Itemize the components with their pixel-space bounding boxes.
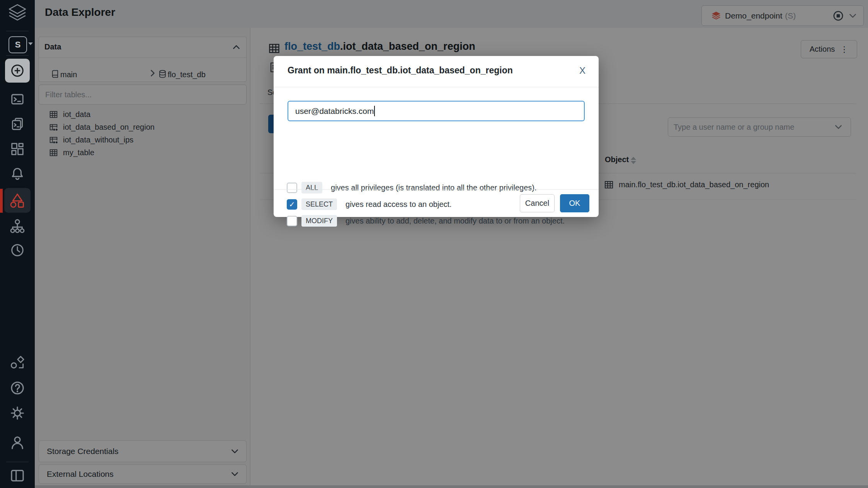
- org-tree-icon: [10, 219, 25, 234]
- sidebar-collapse-toggle[interactable]: [10, 468, 25, 483]
- bell-icon: [10, 166, 25, 181]
- sidebar-item-alerts[interactable]: [10, 166, 25, 181]
- sidebar-item-partner-connect[interactable]: [10, 354, 25, 370]
- principal-input[interactable]: user@databricks.com: [288, 101, 585, 121]
- clock-icon: [10, 243, 25, 258]
- active-item-indicator: [0, 189, 3, 213]
- data-explorer-screen: S: [0, 0, 868, 488]
- sidebar-item-help[interactable]: [10, 380, 25, 396]
- sidebar-divider: [6, 462, 29, 462]
- app-sidebar: S: [0, 0, 35, 488]
- data-explorer-icon: [9, 192, 26, 208]
- user-icon: [10, 435, 25, 450]
- queries-icon: [10, 117, 25, 131]
- modal-footer: Cancel OK: [274, 189, 599, 217]
- text-caret: [374, 106, 375, 116]
- grant-modal: Grant on main.flo_test_db.iot_data_based…: [274, 56, 599, 217]
- modal-title: Grant on main.flo_test_db.iot_data_based…: [288, 65, 513, 76]
- gear-icon: [10, 405, 25, 421]
- sidebar-item-queries[interactable]: [10, 117, 25, 131]
- caret-down-icon: [28, 42, 33, 45]
- panel-toggle-icon: [10, 468, 25, 483]
- sidebar-item-settings[interactable]: [10, 405, 25, 421]
- databricks-logo-icon[interactable]: [7, 4, 27, 22]
- cancel-button[interactable]: Cancel: [520, 194, 555, 212]
- modal-header: Grant on main.flo_test_db.iot_data_based…: [274, 56, 599, 87]
- plus-circle-icon: [10, 63, 25, 78]
- workspace-switcher-button[interactable]: S: [9, 36, 27, 53]
- sql-editor-icon: [10, 92, 25, 107]
- close-icon[interactable]: X: [579, 65, 585, 76]
- help-icon: [10, 380, 25, 396]
- ok-button[interactable]: OK: [560, 194, 589, 212]
- sidebar-item-workflows[interactable]: [10, 219, 25, 234]
- workspace-letter: S: [15, 40, 21, 50]
- dashboards-icon: [10, 142, 25, 156]
- privilege-description: gives ability to add, delete, and modify…: [345, 217, 565, 225]
- principal-input-value: user@databricks.com: [295, 107, 374, 116]
- sidebar-divider: [6, 31, 29, 31]
- create-new-button[interactable]: [5, 59, 30, 83]
- sidebar-divider: [6, 55, 29, 56]
- sidebar-item-query-history[interactable]: [10, 243, 25, 258]
- sidebar-item-sql-editor[interactable]: [10, 92, 25, 107]
- sidebar-item-dashboards[interactable]: [10, 142, 25, 156]
- sidebar-item-account[interactable]: [10, 435, 25, 450]
- sidebar-item-data-explorer-active[interactable]: [4, 188, 31, 213]
- partner-connect-icon: [10, 354, 25, 370]
- modify-checkbox[interactable]: [287, 216, 297, 226]
